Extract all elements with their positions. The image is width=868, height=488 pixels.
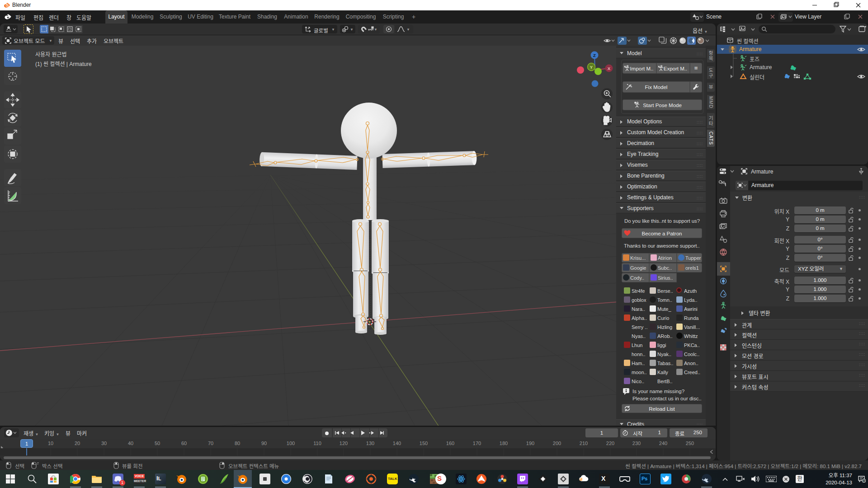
svg-text:Z: Z xyxy=(593,53,596,58)
svg-text:X: X xyxy=(608,66,611,71)
svg-text:Y: Y xyxy=(590,65,593,70)
